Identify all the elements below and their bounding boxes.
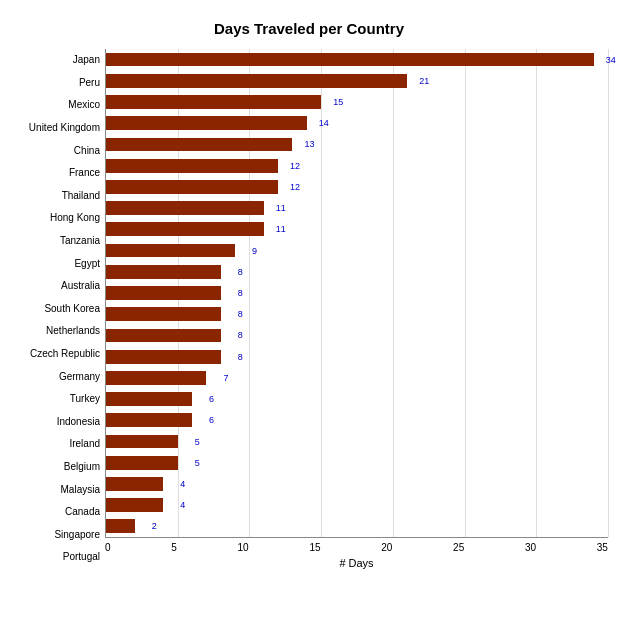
grid-line xyxy=(608,49,609,537)
x-tick: 25 xyxy=(453,542,464,553)
x-tick: 35 xyxy=(597,542,608,553)
bar-row: 8 xyxy=(106,350,608,364)
bar-value-label: 8 xyxy=(238,267,243,277)
x-tick: 0 xyxy=(105,542,111,553)
y-label: South Korea xyxy=(44,304,100,314)
y-label: Netherlands xyxy=(46,326,100,336)
x-tick: 10 xyxy=(238,542,249,553)
chart-area: JapanPeruMexicoUnited KingdomChinaFrance… xyxy=(10,49,608,569)
y-label: Thailand xyxy=(62,191,100,201)
bar: 7 xyxy=(106,371,206,385)
bar-value-label: 8 xyxy=(238,330,243,340)
chart-container: Days Traveled per Country JapanPeruMexic… xyxy=(0,0,628,630)
bar: 6 xyxy=(106,392,192,406)
bar-row: 6 xyxy=(106,392,608,406)
y-label: Singapore xyxy=(54,530,100,540)
bar-row: 4 xyxy=(106,477,608,491)
bar-row: 9 xyxy=(106,244,608,258)
bar: 15 xyxy=(106,95,321,109)
bar-value-label: 8 xyxy=(238,309,243,319)
bar-value-label: 12 xyxy=(290,161,300,171)
y-axis: JapanPeruMexicoUnited KingdomChinaFrance… xyxy=(10,49,105,569)
y-label: Tanzania xyxy=(60,236,100,246)
bar-row: 8 xyxy=(106,265,608,279)
y-label: Canada xyxy=(65,507,100,517)
bar-row: 8 xyxy=(106,307,608,321)
y-label: Malaysia xyxy=(61,485,100,495)
bar: 4 xyxy=(106,477,163,491)
bar: 8 xyxy=(106,286,221,300)
bar-row: 8 xyxy=(106,286,608,300)
bar-row: 15 xyxy=(106,95,608,109)
bar: 4 xyxy=(106,498,163,512)
x-tick: 5 xyxy=(171,542,177,553)
bar-row: 4 xyxy=(106,498,608,512)
bar-row: 6 xyxy=(106,413,608,427)
y-label: Peru xyxy=(79,78,100,88)
y-label: Ireland xyxy=(69,439,100,449)
bars-and-x: 34211514131212111198888876655442 0510152… xyxy=(105,49,608,569)
y-label: Japan xyxy=(73,55,100,65)
x-tick: 20 xyxy=(381,542,392,553)
bar-value-label: 34 xyxy=(606,55,616,65)
bar-value-label: 2 xyxy=(152,521,157,531)
bar: 12 xyxy=(106,180,278,194)
y-label: China xyxy=(74,146,100,156)
x-tick: 15 xyxy=(309,542,320,553)
bar-row: 5 xyxy=(106,456,608,470)
bar-value-label: 14 xyxy=(319,118,329,128)
bar-value-label: 6 xyxy=(209,394,214,404)
bar-value-label: 8 xyxy=(238,288,243,298)
bar-value-label: 21 xyxy=(419,76,429,86)
y-label: Germany xyxy=(59,372,100,382)
bar-row: 7 xyxy=(106,371,608,385)
bar: 34 xyxy=(106,53,594,67)
bar-value-label: 6 xyxy=(209,415,214,425)
bar-row: 34 xyxy=(106,53,608,67)
bar: 8 xyxy=(106,350,221,364)
bar-row: 8 xyxy=(106,329,608,343)
x-axis: 05101520253035 xyxy=(105,538,608,553)
y-label: Turkey xyxy=(70,394,100,404)
bar-value-label: 4 xyxy=(180,500,185,510)
bar-row: 14 xyxy=(106,116,608,130)
y-label: Egypt xyxy=(74,259,100,269)
bar-value-label: 12 xyxy=(290,182,300,192)
y-label: Hong Kong xyxy=(50,213,100,223)
bar-row: 12 xyxy=(106,159,608,173)
bar: 11 xyxy=(106,201,264,215)
y-label: Belgium xyxy=(64,462,100,472)
bar: 9 xyxy=(106,244,235,258)
y-label: Indonesia xyxy=(57,417,100,427)
bars-area: 34211514131212111198888876655442 xyxy=(105,49,608,538)
bar-value-label: 4 xyxy=(180,479,185,489)
bar-value-label: 8 xyxy=(238,352,243,362)
y-label: France xyxy=(69,168,100,178)
bar: 11 xyxy=(106,222,264,236)
bar-row: 11 xyxy=(106,222,608,236)
bar-row: 12 xyxy=(106,180,608,194)
bar: 8 xyxy=(106,329,221,343)
bar: 8 xyxy=(106,265,221,279)
bar-value-label: 5 xyxy=(195,458,200,468)
bar-value-label: 15 xyxy=(333,97,343,107)
bar-value-label: 7 xyxy=(223,373,228,383)
bar-value-label: 11 xyxy=(276,224,286,234)
bar-value-label: 9 xyxy=(252,246,257,256)
bar-value-label: 5 xyxy=(195,437,200,447)
y-label: Mexico xyxy=(68,100,100,110)
x-tick: 30 xyxy=(525,542,536,553)
bar-row: 5 xyxy=(106,435,608,449)
bar: 5 xyxy=(106,435,178,449)
bar: 6 xyxy=(106,413,192,427)
bar: 13 xyxy=(106,138,292,152)
bar: 2 xyxy=(106,519,135,533)
bar-value-label: 13 xyxy=(304,139,314,149)
bar: 5 xyxy=(106,456,178,470)
y-label: Australia xyxy=(61,281,100,291)
bar-row: 11 xyxy=(106,201,608,215)
y-label: United Kingdom xyxy=(29,123,100,133)
y-label: Czech Republic xyxy=(30,349,100,359)
chart-title: Days Traveled per Country xyxy=(10,20,608,37)
bar-row: 13 xyxy=(106,138,608,152)
